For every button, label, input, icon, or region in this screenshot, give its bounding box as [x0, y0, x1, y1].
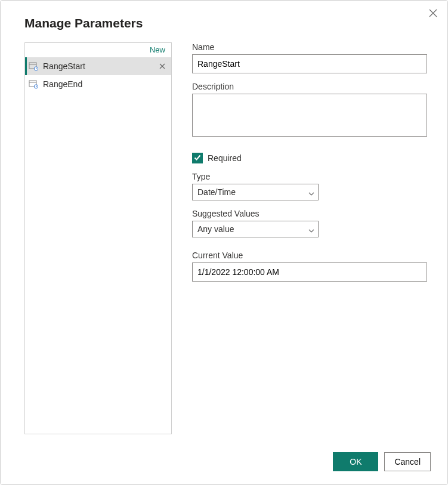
dialog-title: Manage Parameters [24, 16, 431, 30]
cancel-button[interactable]: Cancel [384, 452, 431, 471]
description-input[interactable] [192, 94, 427, 137]
type-select[interactable]: Date/Time [192, 184, 319, 200]
current-value-input[interactable] [192, 262, 427, 282]
svg-line-13 [36, 87, 38, 87]
parameter-form: Name Description Required Type Date/Time [192, 42, 431, 434]
parameter-item-label: RangeStart [43, 61, 158, 71]
chevron-down-icon [308, 189, 314, 195]
remove-icon [159, 61, 165, 71]
close-icon [429, 9, 437, 19]
remove-parameter-button[interactable] [158, 62, 166, 70]
type-select-value: Date/Time [197, 187, 236, 197]
close-button[interactable] [427, 8, 439, 20]
parameter-icon [29, 79, 38, 89]
dialog-footer: OK Cancel [17, 452, 431, 471]
manage-parameters-dialog: Manage Parameters New RangeStart Ra [0, 0, 448, 485]
description-label: Description [192, 82, 427, 91]
parameter-icon [29, 61, 38, 71]
check-icon [193, 153, 202, 163]
new-parameter-link[interactable]: New [25, 43, 171, 57]
required-checkbox[interactable] [192, 153, 203, 163]
parameter-item-label: RangeEnd [43, 79, 166, 89]
parameter-item-rangestart[interactable]: RangeStart [25, 57, 171, 75]
chevron-down-icon [308, 226, 314, 232]
parameter-list: New RangeStart RangeEnd [24, 42, 172, 434]
current-value-label: Current Value [192, 251, 427, 260]
name-label: Name [192, 42, 427, 52]
type-label: Type [192, 172, 427, 181]
ok-button[interactable]: OK [333, 452, 378, 471]
svg-line-6 [36, 69, 38, 69]
suggested-values-select[interactable]: Any value [192, 221, 319, 237]
required-label: Required [208, 153, 242, 163]
name-input[interactable] [192, 54, 427, 73]
suggested-values-value: Any value [197, 224, 234, 234]
parameter-item-rangeend[interactable]: RangeEnd [25, 75, 171, 93]
suggested-values-label: Suggested Values [192, 209, 427, 218]
